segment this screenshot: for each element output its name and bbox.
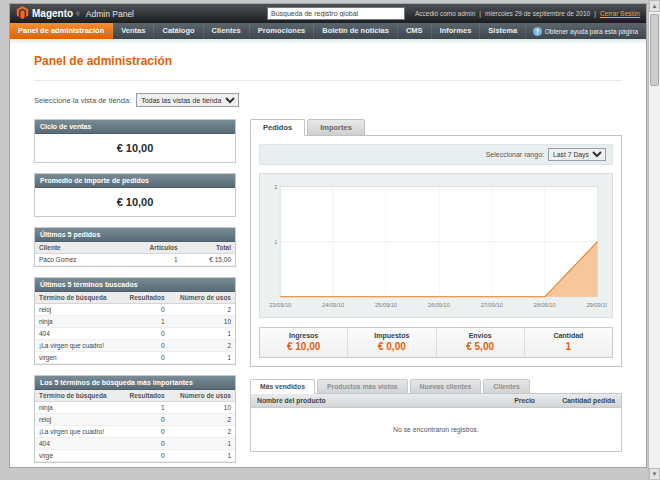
scroll-up-arrow[interactable]: ▲ [649, 0, 660, 12]
logout-link[interactable]: Cerrar Sesión [600, 10, 640, 17]
nav-item[interactable]: Informes [432, 23, 481, 39]
table-row[interactable]: reloj02 [35, 304, 235, 316]
help-link[interactable]: ? Obtener ayuda para esta página [533, 23, 646, 39]
column-header: Cliente [35, 242, 117, 254]
table-cell: 2 [169, 304, 235, 316]
main-nav: Panel de administraciónVentasCatálogoCli… [10, 23, 646, 39]
svg-text:25/09/10: 25/09/10 [375, 302, 397, 308]
table-cell: 1 [120, 402, 168, 414]
tab[interactable]: Productos más vistos [317, 379, 408, 394]
table-cell: reloj [35, 304, 120, 316]
svg-text:28/09/10: 28/09/10 [534, 302, 556, 308]
table-cell: ninja [35, 316, 120, 328]
logged-in-as: Accedió como admin [415, 10, 475, 17]
store-view-label: Seleccione la vista de tienda: [34, 96, 131, 105]
header-session-info: Accedió como admin | miércoles 29 de sep… [415, 10, 640, 17]
table-row[interactable]: reloj02 [35, 414, 235, 426]
total-stat: Impuestos€ 0,00 [347, 328, 435, 357]
stat-label: Cantidad [525, 332, 612, 339]
table-cell: Paco Gomez [35, 254, 117, 266]
nav-item[interactable]: Ventas [113, 23, 154, 39]
svg-text:27/09/10: 27/09/10 [481, 302, 503, 308]
tab[interactable]: Pedidos [250, 119, 305, 136]
table-row[interactable]: ¡La virgen que cuadro!02 [35, 426, 235, 438]
dashboard-content: Panel de administración Seleccione la vi… [10, 44, 646, 468]
table-row[interactable]: 40401 [35, 438, 235, 450]
bestsellers-table: Nombre del productoPrecioCantidad pedida… [251, 394, 621, 451]
global-search-input[interactable] [267, 7, 405, 20]
store-view-select[interactable]: Todas las vistas de tienda [136, 93, 239, 107]
empty-row: No se encontraron registros. [251, 408, 621, 452]
table-cell: 0 [120, 438, 168, 450]
table-row[interactable]: ninja110 [35, 402, 235, 414]
nav-item[interactable]: Catálogo [154, 23, 203, 39]
table-cell: 10 [169, 316, 235, 328]
empty-message: No se encontraron registros. [251, 408, 621, 452]
column-header: Resultados [120, 390, 168, 402]
top-search-terms-box: Los 5 términos de búsqueda más important… [34, 375, 236, 463]
scroll-down-arrow[interactable]: ▼ [649, 468, 660, 480]
total-stat: Ingresos€ 10,00 [260, 328, 347, 357]
column-header: Artículos [117, 242, 182, 254]
nav-item[interactable]: Sistema [480, 23, 526, 39]
orders-chart: 1223/09/1024/09/1025/09/1026/09/1027/09/… [265, 179, 607, 312]
separator: | [479, 10, 481, 17]
table-row[interactable]: 40401 [35, 328, 235, 340]
total-stat: Envíos€ 5,00 [436, 328, 524, 357]
tab[interactable]: Más vendidos [250, 379, 315, 394]
svg-text:1: 1 [274, 239, 277, 245]
left-column: Ciclo de ventas € 10,00 Promedio de impo… [34, 119, 236, 468]
box-title: Últimos 5 pedidos [35, 228, 235, 242]
nav-item[interactable]: Boletín de noticias [314, 23, 398, 39]
table-cell: ninja [35, 402, 120, 414]
stat-label: Envíos [437, 332, 524, 339]
table-header-row: Término de búsquedaResultadosNúmero de u… [35, 390, 235, 402]
table-row[interactable]: virge01 [35, 450, 235, 462]
column-header: Total [182, 242, 235, 254]
column-header: Número de usos [169, 292, 235, 304]
column-header: Nombre del producto [251, 394, 481, 408]
bestsellers-panel: Nombre del productoPrecioCantidad pedida… [250, 393, 622, 452]
table-row[interactable]: virgen01 [35, 352, 235, 364]
tab[interactable]: Clientes [483, 379, 529, 394]
table-cell: 1 [120, 316, 168, 328]
current-date: miércoles 29 de septiembre de 2010 [485, 10, 590, 17]
nav-item[interactable]: Clientes [204, 23, 250, 39]
tab[interactable]: Importes [307, 119, 365, 136]
column-header: Cantidad pedida [541, 394, 621, 408]
table-cell: virge [35, 450, 120, 462]
vertical-scrollbar[interactable]: ▲ ▼ [648, 0, 660, 480]
tab[interactable]: Nuevos clientes [410, 379, 482, 394]
table-cell: 404 [35, 438, 120, 450]
last-orders-table: ClienteArtículosTotalPaco Gomez1€ 15,00 [35, 242, 235, 266]
nav-item[interactable]: CMS [398, 23, 432, 39]
table-row[interactable]: ninja110 [35, 316, 235, 328]
dashboard-columns: Ciclo de ventas € 10,00 Promedio de impo… [34, 119, 622, 468]
svg-text:2: 2 [274, 184, 277, 190]
separator: | [594, 10, 596, 17]
box-title: Últimos 5 términos buscados [35, 278, 235, 292]
chart-tabs: PedidosImportes [250, 119, 622, 136]
nav-item[interactable]: Promociones [250, 23, 315, 39]
table-cell: 2 [169, 426, 235, 438]
totals-row: Ingresos€ 10,00Impuestos€ 0,00Envíos€ 5,… [259, 327, 613, 358]
table-cell: 0 [120, 450, 168, 462]
admin-page: Magento® Admin Panel Accedió como admin … [9, 3, 647, 468]
range-selector-row: Seleccionar rango: Last 7 Days [259, 144, 613, 165]
range-select[interactable]: Last 7 Days [548, 148, 606, 161]
nav-item[interactable]: Panel de administración [10, 23, 113, 39]
table-row[interactable]: ¡La virgen que cuadro!02 [35, 340, 235, 352]
last-search-terms-box: Últimos 5 términos buscados Término de b… [34, 277, 236, 365]
table-cell: 10 [169, 402, 235, 414]
logo-wordmark: Magento [32, 8, 73, 19]
table-cell: 0 [120, 352, 168, 364]
average-order-value: € 10,00 [35, 188, 235, 216]
divider [34, 80, 622, 81]
table-row[interactable]: Paco Gomez1€ 15,00 [35, 254, 235, 266]
average-order-box: Promedio de importe de pedidos € 10,00 [34, 173, 236, 217]
column-header: Precio [481, 394, 541, 408]
scrollbar-thumb[interactable] [650, 14, 659, 86]
svg-text:23/09/10: 23/09/10 [269, 302, 291, 308]
sales-box: Ciclo de ventas € 10,00 [34, 119, 236, 163]
stat-value: € 5,00 [437, 341, 524, 352]
